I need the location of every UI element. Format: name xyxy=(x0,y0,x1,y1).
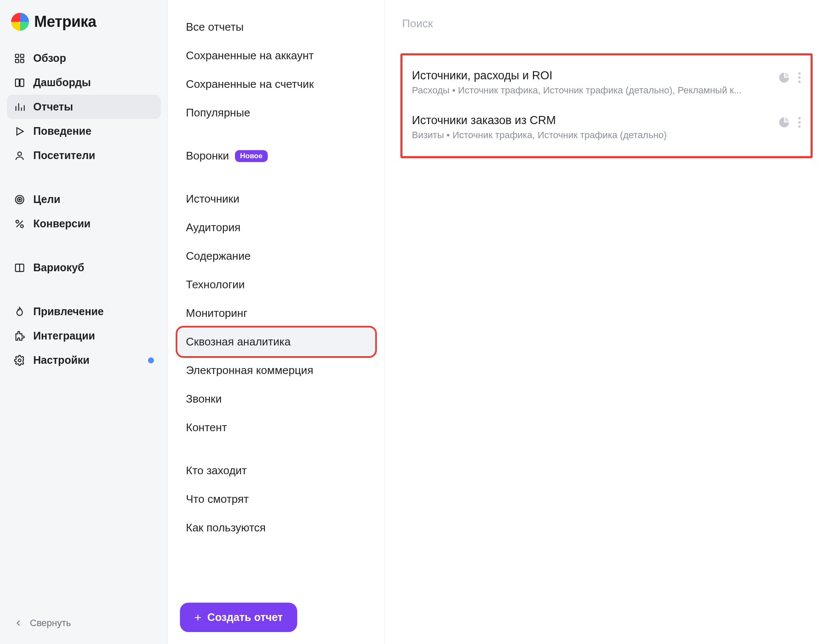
svg-rect-5 xyxy=(20,79,24,86)
nav-group-main: Обзор Дашборды Отчеты Поведение xyxy=(7,46,161,168)
search-input[interactable] xyxy=(400,13,813,38)
svg-rect-4 xyxy=(15,79,19,86)
svg-rect-0 xyxy=(15,54,19,58)
reports-highlight-box: Источники, расходы и ROI Расходы • Источ… xyxy=(400,53,813,158)
nav-label: Привлечение xyxy=(33,305,104,318)
cat-item-how-used[interactable]: Как пользуются xyxy=(177,513,375,542)
svg-point-7 xyxy=(18,152,22,156)
nav-item-dashboards[interactable]: Дашборды xyxy=(7,70,161,95)
report-title: Источники заказов из CRM xyxy=(412,114,772,127)
nav-group-admin: Привлечение Интеграции Настройки xyxy=(7,299,161,372)
svg-rect-3 xyxy=(20,59,24,63)
plus-icon: + xyxy=(194,612,201,624)
create-report-button[interactable]: + Создать отчет xyxy=(180,603,297,632)
flame-icon xyxy=(14,306,26,318)
sidebar-collapse-label: Свернуть xyxy=(30,618,71,629)
nav-item-settings[interactable]: Настройки xyxy=(7,348,161,372)
cat-item-saved-account[interactable]: Сохраненные на аккаунт xyxy=(177,41,375,70)
cat-item-tech[interactable]: Технологии xyxy=(177,270,375,299)
nav-item-goals[interactable]: Цели xyxy=(7,187,161,212)
cat-label: Контент xyxy=(186,421,227,434)
nav-group-tools: Вариокуб xyxy=(7,255,161,280)
cat-item-funnels[interactable]: Воронки Новое xyxy=(177,142,375,170)
app-root: Метрика Обзор Дашборды Отчеты xyxy=(0,0,828,644)
nav-item-variokub[interactable]: Вариокуб xyxy=(7,255,161,280)
cat-label: Популярные xyxy=(186,106,250,119)
svg-point-10 xyxy=(19,199,20,200)
main-panel: Источники, расходы и ROI Расходы • Источ… xyxy=(385,0,828,644)
create-report-label: Создать отчет xyxy=(207,611,283,624)
cat-label: Электронная коммерция xyxy=(186,364,313,377)
puzzle-icon xyxy=(14,330,26,342)
nav-item-acquisition[interactable]: Привлечение xyxy=(7,299,161,324)
report-text: Источники заказов из CRM Визиты • Источн… xyxy=(412,114,772,141)
sidebar-collapse[interactable]: Свернуть xyxy=(7,612,161,634)
report-actions xyxy=(778,114,801,131)
nav-item-visitors[interactable]: Посетители xyxy=(7,143,161,168)
svg-rect-2 xyxy=(15,59,19,63)
pie-chart-icon[interactable] xyxy=(778,72,790,86)
cat-item-ecommerce[interactable]: Электронная коммерция xyxy=(177,356,375,385)
notification-dot-icon xyxy=(148,357,154,363)
cat-label: Содержание xyxy=(186,249,251,263)
cat-label: Технологии xyxy=(186,278,245,291)
svg-point-18 xyxy=(798,76,801,79)
cat-item-end-to-end-analytics[interactable]: Сквозная аналитика xyxy=(177,328,375,356)
cat-item-monitoring[interactable]: Мониторинг xyxy=(177,299,375,328)
more-menu-icon[interactable] xyxy=(798,116,801,131)
chevron-left-icon xyxy=(14,618,23,628)
svg-point-12 xyxy=(16,220,19,223)
cat-label: Источники xyxy=(186,192,240,206)
report-subtitle: Расходы • Источник трафика, Источник тра… xyxy=(412,85,772,96)
nav-label: Конверсии xyxy=(33,218,91,230)
brand-name: Метрика xyxy=(34,13,96,31)
report-row[interactable]: Источники заказов из CRM Визиты • Источн… xyxy=(407,108,806,147)
svg-point-20 xyxy=(798,117,801,119)
cat-item-content2[interactable]: Контент xyxy=(177,413,375,442)
cat-item-what-viewed[interactable]: Что смотрят xyxy=(177,485,375,513)
cat-label: Кто заходит xyxy=(186,464,247,477)
svg-point-9 xyxy=(17,197,22,202)
report-row[interactable]: Источники, расходы и ROI Расходы • Источ… xyxy=(407,63,806,102)
cat-item-popular[interactable]: Популярные xyxy=(177,99,375,127)
nav-item-overview[interactable]: Обзор xyxy=(7,46,161,70)
cat-label: Звонки xyxy=(186,392,222,406)
svg-point-17 xyxy=(798,72,801,75)
svg-point-21 xyxy=(798,121,801,124)
nav-item-behavior[interactable]: Поведение xyxy=(7,119,161,143)
gear-icon xyxy=(14,354,26,366)
cat-item-calls[interactable]: Звонки xyxy=(177,385,375,413)
nav-label: Цели xyxy=(33,193,61,206)
badge-new: Новое xyxy=(235,150,268,162)
cat-label: Все отчеты xyxy=(186,20,244,34)
svg-marker-6 xyxy=(17,128,23,135)
nav-item-conversions[interactable]: Конверсии xyxy=(7,212,161,236)
cat-item-sources[interactable]: Источники xyxy=(177,185,375,213)
user-icon xyxy=(14,150,26,162)
cat-item-all[interactable]: Все отчеты xyxy=(177,13,375,41)
nav-item-reports[interactable]: Отчеты xyxy=(7,95,161,119)
grid-icon xyxy=(14,52,26,64)
cat-item-audience[interactable]: Аудитория xyxy=(177,213,375,242)
cat-item-content[interactable]: Содержание xyxy=(177,242,375,270)
nav-item-integrations[interactable]: Интеграции xyxy=(7,324,161,348)
svg-rect-1 xyxy=(20,54,24,58)
nav-label: Вариокуб xyxy=(33,261,84,274)
svg-point-19 xyxy=(798,81,801,83)
cat-item-who-visits[interactable]: Кто заходит xyxy=(177,456,375,485)
nav-label: Поведение xyxy=(33,125,91,137)
dashboard-icon xyxy=(14,77,26,89)
nav-label: Настройки xyxy=(33,354,90,366)
nav-group-goals: Цели Конверсии xyxy=(7,187,161,236)
nav-label: Интеграции xyxy=(33,330,95,342)
svg-point-8 xyxy=(15,195,24,204)
pie-chart-icon[interactable] xyxy=(778,116,790,131)
report-actions xyxy=(778,69,801,86)
cat-item-saved-counter[interactable]: Сохраненные на счетчик xyxy=(177,70,375,99)
more-menu-icon[interactable] xyxy=(798,72,801,86)
report-text: Источники, расходы и ROI Расходы • Источ… xyxy=(412,69,772,96)
svg-line-11 xyxy=(16,220,23,227)
cat-label: Сохраненные на аккаунт xyxy=(186,49,314,62)
cat-label: Мониторинг xyxy=(186,307,247,320)
nav-label: Посетители xyxy=(33,149,95,162)
